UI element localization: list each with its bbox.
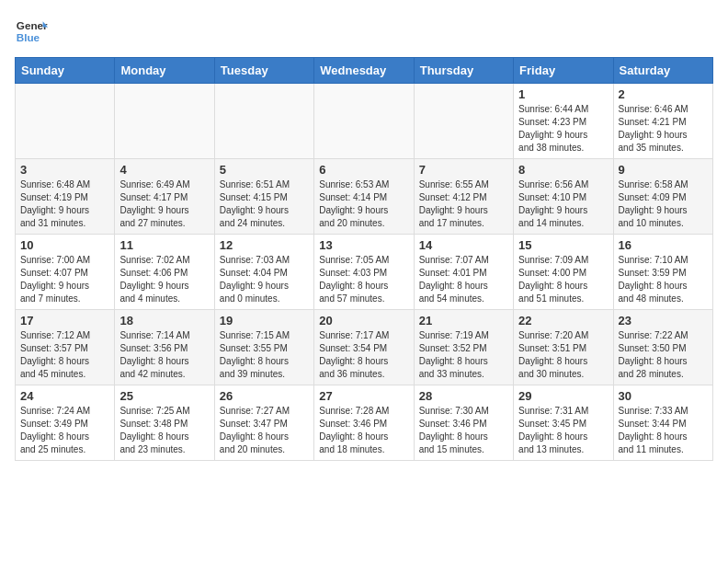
day-info: Sunrise: 7:15 AM Sunset: 3:55 PM Dayligh… [220,329,309,381]
calendar-cell: 28Sunrise: 7:30 AM Sunset: 3:46 PM Dayli… [414,385,513,461]
day-number: 25 [119,389,209,403]
day-number: 1 [518,87,608,101]
day-info: Sunrise: 7:09 AM Sunset: 4:00 PM Dayligh… [518,254,608,305]
day-info: Sunrise: 7:07 AM Sunset: 4:01 PM Dayligh… [419,254,508,305]
page-header: General Blue [15,15,713,48]
calendar-cell: 20Sunrise: 7:17 AM Sunset: 3:54 PM Dayli… [314,310,414,385]
calendar-cell: 2Sunrise: 6:46 AM Sunset: 4:21 PM Daylig… [613,84,712,159]
week-row-4: 17Sunrise: 7:12 AM Sunset: 3:57 PM Dayli… [16,310,713,385]
calendar-cell: 1Sunrise: 6:44 AM Sunset: 4:23 PM Daylig… [514,84,613,159]
calendar-cell: 10Sunrise: 7:00 AM Sunset: 4:07 PM Dayli… [16,235,115,310]
weekday-header-sunday: Sunday [16,58,115,84]
calendar-cell [115,84,214,159]
weekday-header-thursday: Thursday [414,58,513,84]
day-number: 9 [619,163,708,177]
calendar-cell: 14Sunrise: 7:07 AM Sunset: 4:01 PM Dayli… [414,235,513,310]
calendar-cell: 18Sunrise: 7:14 AM Sunset: 3:56 PM Dayli… [115,310,214,385]
day-number: 22 [518,314,608,327]
calendar-cell [314,84,414,159]
day-info: Sunrise: 6:49 AM Sunset: 4:17 PM Dayligh… [119,178,209,230]
weekday-header-tuesday: Tuesday [214,58,313,84]
calendar-cell: 12Sunrise: 7:03 AM Sunset: 4:04 PM Dayli… [214,235,313,310]
day-info: Sunrise: 7:00 AM Sunset: 4:07 PM Dayligh… [20,254,109,305]
day-info: Sunrise: 7:02 AM Sunset: 4:06 PM Dayligh… [119,254,209,305]
calendar-cell [214,84,313,159]
day-info: Sunrise: 7:03 AM Sunset: 4:04 PM Dayligh… [220,254,309,305]
calendar-cell [16,84,115,159]
day-number: 18 [119,314,209,327]
day-number: 4 [119,163,209,177]
calendar-cell: 5Sunrise: 6:51 AM Sunset: 4:15 PM Daylig… [214,159,313,235]
day-info: Sunrise: 6:58 AM Sunset: 4:09 PM Dayligh… [619,178,708,230]
day-number: 19 [220,314,309,327]
day-info: Sunrise: 6:53 AM Sunset: 4:14 PM Dayligh… [319,178,408,230]
calendar-cell: 4Sunrise: 6:49 AM Sunset: 4:17 PM Daylig… [115,159,214,235]
day-number: 6 [319,163,408,177]
calendar-cell: 24Sunrise: 7:24 AM Sunset: 3:49 PM Dayli… [16,385,115,461]
weekday-header-monday: Monday [115,58,214,84]
day-number: 8 [518,163,608,177]
day-info: Sunrise: 7:19 AM Sunset: 3:52 PM Dayligh… [419,329,508,381]
calendar-cell: 26Sunrise: 7:27 AM Sunset: 3:47 PM Dayli… [214,385,313,461]
calendar-table: SundayMondayTuesdayWednesdayThursdayFrid… [15,57,713,461]
calendar-cell: 22Sunrise: 7:20 AM Sunset: 3:51 PM Dayli… [514,310,613,385]
day-number: 23 [619,314,708,327]
day-info: Sunrise: 7:27 AM Sunset: 3:47 PM Dayligh… [220,405,309,456]
day-info: Sunrise: 7:30 AM Sunset: 3:46 PM Dayligh… [419,405,508,456]
day-info: Sunrise: 6:48 AM Sunset: 4:19 PM Dayligh… [20,178,109,230]
day-number: 17 [20,314,109,327]
day-number: 28 [419,389,508,403]
day-number: 29 [518,389,608,403]
calendar-cell: 3Sunrise: 6:48 AM Sunset: 4:19 PM Daylig… [16,159,115,235]
day-info: Sunrise: 7:31 AM Sunset: 3:45 PM Dayligh… [518,405,608,456]
day-number: 3 [20,163,109,177]
day-info: Sunrise: 7:14 AM Sunset: 3:56 PM Dayligh… [119,329,209,381]
day-info: Sunrise: 7:24 AM Sunset: 3:49 PM Dayligh… [20,405,109,456]
day-info: Sunrise: 7:20 AM Sunset: 3:51 PM Dayligh… [518,329,608,381]
day-number: 26 [220,389,309,403]
logo-icon: General Blue [15,15,48,48]
day-info: Sunrise: 7:25 AM Sunset: 3:48 PM Dayligh… [119,405,209,456]
calendar-cell: 27Sunrise: 7:28 AM Sunset: 3:46 PM Dayli… [314,385,414,461]
day-number: 14 [419,238,508,252]
day-number: 30 [619,389,708,403]
calendar-cell: 15Sunrise: 7:09 AM Sunset: 4:00 PM Dayli… [514,235,613,310]
calendar-cell: 16Sunrise: 7:10 AM Sunset: 3:59 PM Dayli… [613,235,712,310]
logo: General Blue [15,15,48,48]
day-info: Sunrise: 6:51 AM Sunset: 4:15 PM Dayligh… [220,178,309,230]
week-row-2: 3Sunrise: 6:48 AM Sunset: 4:19 PM Daylig… [16,159,713,235]
day-info: Sunrise: 7:33 AM Sunset: 3:44 PM Dayligh… [619,405,708,456]
weekday-header-saturday: Saturday [613,58,712,84]
day-info: Sunrise: 7:22 AM Sunset: 3:50 PM Dayligh… [619,329,708,381]
day-number: 15 [518,238,608,252]
svg-text:Blue: Blue [17,31,40,43]
day-info: Sunrise: 7:05 AM Sunset: 4:03 PM Dayligh… [319,254,408,305]
calendar-cell: 23Sunrise: 7:22 AM Sunset: 3:50 PM Dayli… [613,310,712,385]
day-info: Sunrise: 7:12 AM Sunset: 3:57 PM Dayligh… [20,329,109,381]
weekday-header-wednesday: Wednesday [314,58,414,84]
weekday-header-row: SundayMondayTuesdayWednesdayThursdayFrid… [16,58,713,84]
day-number: 20 [319,314,408,327]
week-row-5: 24Sunrise: 7:24 AM Sunset: 3:49 PM Dayli… [16,385,713,461]
calendar-cell: 9Sunrise: 6:58 AM Sunset: 4:09 PM Daylig… [613,159,712,235]
weekday-header-friday: Friday [514,58,613,84]
calendar-cell: 13Sunrise: 7:05 AM Sunset: 4:03 PM Dayli… [314,235,414,310]
calendar-cell: 21Sunrise: 7:19 AM Sunset: 3:52 PM Dayli… [414,310,513,385]
calendar-cell: 25Sunrise: 7:25 AM Sunset: 3:48 PM Dayli… [115,385,214,461]
day-number: 10 [20,238,109,252]
calendar-cell: 7Sunrise: 6:55 AM Sunset: 4:12 PM Daylig… [414,159,513,235]
day-number: 12 [220,238,309,252]
calendar-cell: 30Sunrise: 7:33 AM Sunset: 3:44 PM Dayli… [613,385,712,461]
day-number: 27 [319,389,408,403]
calendar-cell: 6Sunrise: 6:53 AM Sunset: 4:14 PM Daylig… [314,159,414,235]
calendar-cell: 19Sunrise: 7:15 AM Sunset: 3:55 PM Dayli… [214,310,313,385]
day-info: Sunrise: 7:17 AM Sunset: 3:54 PM Dayligh… [319,329,408,381]
day-number: 16 [619,238,708,252]
calendar-cell: 29Sunrise: 7:31 AM Sunset: 3:45 PM Dayli… [514,385,613,461]
week-row-3: 10Sunrise: 7:00 AM Sunset: 4:07 PM Dayli… [16,235,713,310]
calendar-cell: 8Sunrise: 6:56 AM Sunset: 4:10 PM Daylig… [514,159,613,235]
day-info: Sunrise: 6:55 AM Sunset: 4:12 PM Dayligh… [419,178,508,230]
day-number: 7 [419,163,508,177]
day-info: Sunrise: 7:10 AM Sunset: 3:59 PM Dayligh… [619,254,708,305]
week-row-1: 1Sunrise: 6:44 AM Sunset: 4:23 PM Daylig… [16,84,713,159]
